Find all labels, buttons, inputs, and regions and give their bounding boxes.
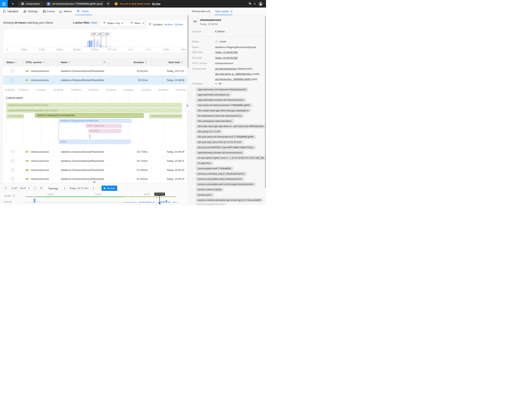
svg-text:?: ? <box>12 79 13 81</box>
svg-text:?: ? <box>12 169 13 171</box>
svg-text:?: ? <box>12 151 13 153</box>
svg-text:?: ? <box>12 178 13 180</box>
svg-text:?: ? <box>12 160 13 162</box>
svg-text:?: ? <box>216 41 217 43</box>
svg-text:?: ? <box>12 70 13 72</box>
